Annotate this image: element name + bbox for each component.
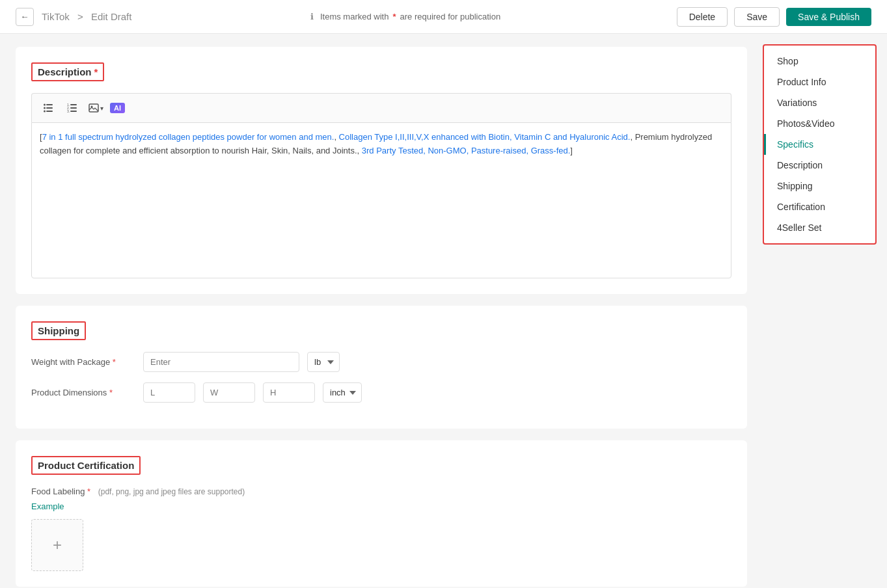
sidebar-label-photos-video: Photos&Video <box>777 118 834 129</box>
info-icon: ℹ <box>310 12 314 21</box>
header-notice: ℹ Items marked with * are required for p… <box>310 12 500 21</box>
svg-rect-1 <box>46 107 53 109</box>
sidebar-label-variations: Variations <box>777 98 817 108</box>
svg-point-3 <box>44 104 46 106</box>
food-labeling-label: Food Labeling * (pdf, png, jpg and jpeg … <box>31 487 731 496</box>
sidebar-label-4seller-set: 4Seller Set <box>777 222 821 233</box>
example-link[interactable]: Example <box>31 501 64 511</box>
sidebar-label-shipping: Shipping <box>777 181 813 191</box>
weight-req-mark: * <box>113 357 116 367</box>
delete-button[interactable]: Delete <box>677 7 728 27</box>
breadcrumb: TikTok > Edit Draft <box>39 11 134 22</box>
sidebar-label-specifics: Specifics <box>777 139 813 150</box>
desc-comma-3: , <box>357 146 362 155</box>
description-toolbar: 1. 2. 3. ▾ AI <box>31 93 731 122</box>
description-title: Description* <box>31 62 104 81</box>
svg-rect-6 <box>70 104 77 105</box>
certification-title: Product Certification <box>31 456 141 475</box>
dimension-l-input[interactable] <box>143 382 195 403</box>
sidebar-item-variations[interactable]: Variations <box>764 92 875 113</box>
sidebar-item-description[interactable]: Description <box>764 155 875 176</box>
weight-label: Weight with Package * <box>31 357 135 367</box>
required-mark: * <box>392 12 396 21</box>
sidebar-item-shop[interactable]: Shop <box>764 51 875 72</box>
description-req-mark: * <box>94 66 98 77</box>
header: ← TikTok > Edit Draft ℹ Items marked wit… <box>0 0 887 34</box>
svg-rect-7 <box>70 107 77 109</box>
dimension-unit-select[interactable]: inch cm <box>323 382 362 403</box>
svg-rect-12 <box>89 104 98 112</box>
ai-button[interactable]: AI <box>110 103 125 113</box>
food-label-text: Food Labeling <box>31 487 85 496</box>
back-icon: ← <box>20 12 29 21</box>
shipping-title: Shipping <box>31 321 86 340</box>
description-section: Description* <box>16 47 747 294</box>
dimension-h-input[interactable] <box>263 382 315 403</box>
desc-text-2: Collagen Type I,II,III,V,X enhanced with… <box>339 132 631 142</box>
image-insert-button[interactable]: ▾ <box>87 99 105 117</box>
save-publish-button[interactable]: Save & Publish <box>786 8 871 26</box>
header-left: ← TikTok > Edit Draft <box>16 8 134 26</box>
certification-section: Product Certification Food Labeling * (p… <box>16 440 747 587</box>
breadcrumb-tiktok: TikTok <box>42 11 70 22</box>
image-dropdown-icon: ▾ <box>100 105 103 112</box>
breadcrumb-edit-draft: Edit Draft <box>91 11 132 22</box>
desc-text-1: 7 in 1 full spectrum hydrolyzed collagen… <box>42 132 334 142</box>
weight-label-text: Weight with Package <box>31 357 110 367</box>
page-layout: Description* <box>0 34 887 588</box>
sidebar-item-photos-video[interactable]: Photos&Video <box>764 113 875 134</box>
dimensions-label: Product Dimensions * <box>31 388 135 397</box>
food-req-mark: * <box>87 487 90 496</box>
notice-suffix: are required for publication <box>400 12 500 21</box>
sidebar-label-shop: Shop <box>777 56 798 66</box>
weight-row: Weight with Package * lb kg <box>31 352 731 372</box>
certification-title-text: Product Certification <box>38 460 134 471</box>
ordered-list-button[interactable]: 1. 2. 3. <box>63 99 81 117</box>
sidebar-label-product-info: Product Info <box>777 77 826 87</box>
dimensions-req-mark: * <box>109 388 113 397</box>
notice-prefix: Items marked with <box>320 12 389 21</box>
svg-rect-2 <box>46 111 53 112</box>
svg-point-5 <box>44 111 46 113</box>
desc-bracket-close: ] <box>570 146 573 155</box>
dimensions-row: Product Dimensions * inch cm <box>31 382 731 403</box>
main-content: Description* <box>0 34 763 588</box>
food-hint: (pdf, png, jpg and jpeg files are suppor… <box>98 487 245 496</box>
bullet-list-button[interactable] <box>40 99 58 117</box>
svg-rect-8 <box>70 111 77 112</box>
header-actions: Delete Save Save & Publish <box>677 7 871 27</box>
desc-text-4: 3rd Party Tested, Non-GMO, Pasture-raise… <box>362 146 571 155</box>
sidebar-item-shipping[interactable]: Shipping <box>764 176 875 196</box>
sidebar-item-product-info[interactable]: Product Info <box>764 72 875 92</box>
sidebar-item-certification[interactable]: Certification <box>764 196 875 217</box>
save-button[interactable]: Save <box>734 7 780 27</box>
sidebar-label-certification: Certification <box>777 202 825 212</box>
sidebar-item-specifics[interactable]: Specifics <box>764 134 875 155</box>
description-title-text: Description <box>38 66 92 77</box>
desc-comma-2: , <box>630 132 635 142</box>
svg-point-4 <box>44 107 46 109</box>
description-editor[interactable]: [7 in 1 full spectrum hydrolyzed collage… <box>31 122 731 278</box>
weight-unit-select[interactable]: lb kg <box>307 352 340 372</box>
dimension-w-input[interactable] <box>203 382 255 403</box>
back-button[interactable]: ← <box>16 8 34 26</box>
desc-comma-1: , <box>334 132 338 142</box>
breadcrumb-sep: > <box>77 11 83 22</box>
sidebar-item-4seller-set[interactable]: 4Seller Set <box>764 217 875 238</box>
sidebar-label-description: Description <box>777 160 823 170</box>
svg-rect-0 <box>46 104 53 105</box>
sidebar: Shop Product Info Variations Photos&Vide… <box>763 44 877 245</box>
dimensions-label-text: Product Dimensions <box>31 388 107 397</box>
shipping-section: Shipping Weight with Package * lb kg Pro… <box>16 306 747 429</box>
weight-input[interactable] <box>143 352 299 372</box>
svg-text:3.: 3. <box>67 109 70 113</box>
upload-button[interactable]: + <box>31 519 83 571</box>
shipping-title-text: Shipping <box>38 325 79 336</box>
upload-icon: + <box>53 536 62 554</box>
